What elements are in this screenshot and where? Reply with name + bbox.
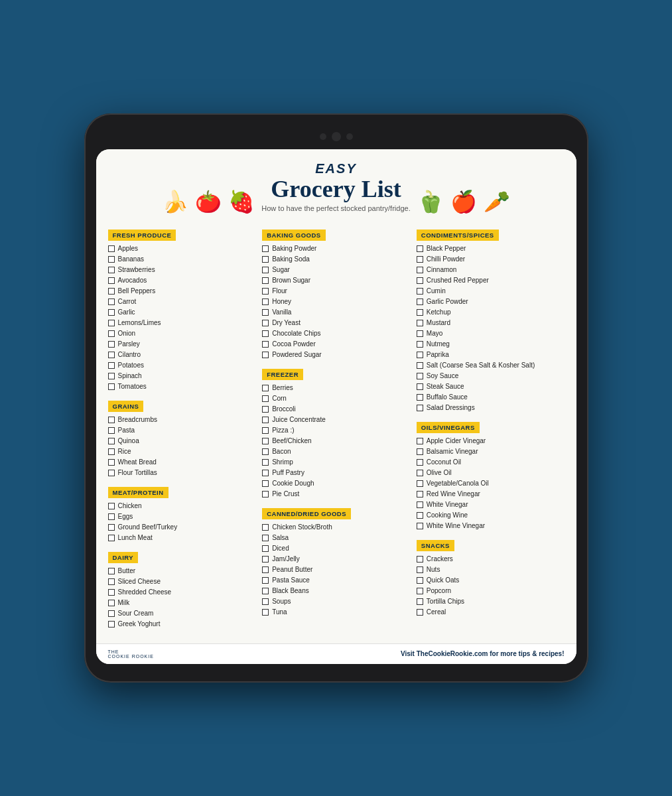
checkbox[interactable] [108,352,115,358]
checkbox[interactable] [262,267,269,273]
checkbox[interactable] [108,438,115,444]
list-item[interactable]: Sliced Cheese [108,577,256,586]
list-item[interactable]: Crackers [417,555,565,564]
list-item[interactable]: Quick Oats [417,576,565,585]
list-item[interactable]: Diced [262,544,410,553]
checkbox[interactable] [417,480,423,487]
list-item[interactable]: Shredded Cheese [108,588,256,597]
checkbox[interactable] [262,609,269,616]
list-item[interactable]: Berries [262,383,410,393]
checkbox[interactable] [108,362,115,369]
list-item[interactable]: Nuts [417,565,565,574]
checkbox[interactable] [262,577,269,584]
list-item[interactable]: Ground Beef/Turkey [108,523,256,532]
checkbox[interactable] [262,406,269,413]
checkbox[interactable] [108,600,115,606]
checkbox[interactable] [262,448,269,455]
list-item[interactable]: Quinoa [108,436,256,446]
list-item[interactable]: Crushed Red Pepper [417,276,565,285]
list-item[interactable]: Eggs [108,512,256,521]
checkbox[interactable] [417,556,423,563]
list-item[interactable]: Soy Sauce [417,371,565,381]
checkbox[interactable] [108,277,115,284]
checkbox[interactable] [108,535,115,541]
list-item[interactable]: Cinnamon [417,265,565,275]
checkbox[interactable] [417,405,423,411]
checkbox[interactable] [417,577,423,584]
checkbox[interactable] [108,309,115,316]
list-item[interactable]: Pizza :) [262,426,410,435]
list-item[interactable]: Sugar [262,265,410,275]
checkbox[interactable] [108,578,115,585]
list-item[interactable]: Jam/Jelly [262,555,410,564]
checkbox[interactable] [262,459,269,466]
checkbox[interactable] [262,352,269,358]
checkbox[interactable] [417,501,423,508]
checkbox[interactable] [262,545,269,552]
list-item[interactable]: Wheat Bread [108,458,256,467]
list-item[interactable]: Peanut Butter [262,565,410,574]
list-item[interactable]: Baking Powder [262,244,410,253]
list-item[interactable]: Chicken Stock/Broth [262,523,410,532]
checkbox[interactable] [417,352,423,358]
checkbox[interactable] [108,621,115,628]
list-item[interactable]: Spinach [108,371,256,381]
list-item[interactable]: Powdered Sugar [262,350,410,360]
checkbox[interactable] [108,417,115,423]
checkbox[interactable] [262,427,269,434]
list-item[interactable]: Milk [108,598,256,608]
list-item[interactable]: Flour Tortillas [108,468,256,478]
list-item[interactable]: Butter [108,566,256,576]
checkbox[interactable] [262,277,269,284]
checkbox[interactable] [108,589,115,596]
checkbox[interactable] [417,330,423,337]
checkbox[interactable] [262,524,269,531]
checkbox[interactable] [417,341,423,348]
list-item[interactable]: Paprika [417,350,565,360]
list-item[interactable]: Pasta [108,426,256,435]
list-item[interactable]: Mustard [417,318,565,328]
list-item[interactable]: Cereal [417,608,565,617]
checkbox[interactable] [417,288,423,295]
list-item[interactable]: Soups [262,597,410,606]
checkbox[interactable] [262,417,269,423]
list-item[interactable]: Bananas [108,255,256,264]
list-item[interactable]: Ketchup [417,308,565,317]
checkbox[interactable] [417,362,423,369]
list-item[interactable]: Chocolate Chips [262,329,410,338]
list-item[interactable]: Rice [108,447,256,456]
checkbox[interactable] [417,267,423,273]
list-item[interactable]: Onion [108,329,256,338]
list-item[interactable]: Cookie Dough [262,479,410,488]
list-item[interactable]: Pasta Sauce [262,576,410,585]
list-item[interactable]: Balsamic Vinegar [417,447,565,456]
list-item[interactable]: Red Wine Vinegar [417,490,565,499]
checkbox[interactable] [108,503,115,509]
checkbox[interactable] [108,256,115,263]
checkbox[interactable] [262,320,269,326]
checkbox[interactable] [262,535,269,541]
checkbox[interactable] [108,330,115,337]
checkbox[interactable] [417,470,423,476]
checkbox[interactable] [262,245,269,252]
list-item[interactable]: Beef/Chicken [262,436,410,446]
checkbox[interactable] [108,383,115,390]
checkbox[interactable] [417,512,423,519]
checkbox[interactable] [262,298,269,305]
checkbox[interactable] [108,524,115,531]
checkbox[interactable] [417,448,423,455]
list-item[interactable]: Corn [262,394,410,403]
list-item[interactable]: Broccoli [262,405,410,414]
checkbox[interactable] [262,480,269,487]
list-item[interactable]: Honey [262,297,410,306]
list-item[interactable]: Cilantro [108,350,256,360]
list-item[interactable]: Flour [262,287,410,296]
list-item[interactable]: Cooking Wine [417,511,565,520]
list-item[interactable]: Black Beans [262,586,410,596]
checkbox[interactable] [262,330,269,337]
checkbox[interactable] [108,568,115,574]
checkbox[interactable] [417,598,423,605]
list-item[interactable]: Bell Peppers [108,287,256,296]
list-item[interactable]: Tomatoes [108,382,256,391]
list-item[interactable]: Lunch Meat [108,533,256,543]
